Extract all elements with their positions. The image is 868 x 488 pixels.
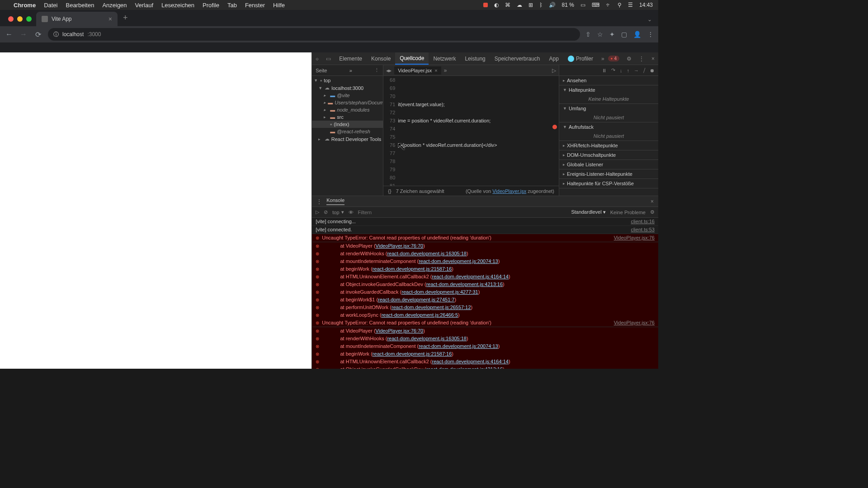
inspect-icon[interactable]: ⟐ [312, 56, 322, 62]
tree-users[interactable]: ▸▬Users/stephan/Docume… [312, 99, 383, 106]
pause-icon[interactable]: ⏸ [602, 68, 607, 73]
issues-label[interactable]: Keine Probleme [610, 210, 646, 215]
close-window-button[interactable] [8, 16, 14, 22]
close-drawer-button[interactable]: × [651, 198, 654, 205]
menu-window[interactable]: Fenster [245, 2, 265, 9]
page-viewport[interactable] [0, 52, 311, 369]
live-expr-icon[interactable]: 👁 [349, 210, 354, 215]
tab-overflow-button[interactable]: ⌄ [641, 16, 658, 26]
source-link[interactable]: react-dom.development.js:4277:31 [401, 289, 478, 295]
menu-edit[interactable]: Bearbeiten [66, 2, 94, 9]
source-link[interactable]: react-dom.development.js:26557:12 [392, 305, 471, 310]
breakpoints-section[interactable]: ▼Haltepunkte [559, 85, 658, 94]
source-link[interactable]: react-dom.development.js:4164:14 [432, 359, 509, 364]
watch-section[interactable]: ▸Ansehen [559, 76, 658, 85]
drawer-menu-icon[interactable]: ⋮ [316, 198, 322, 205]
keyboard-icon[interactable]: ⌨ [592, 2, 599, 8]
tree-index[interactable]: ▫(Index) [312, 121, 383, 128]
menu-history[interactable]: Verlauf [135, 2, 153, 9]
source-link[interactable]: react-dom.development.js:21587:16 [373, 351, 452, 357]
pause-exceptions-icon[interactable]: ⏺ [650, 68, 655, 73]
breakpoint-marker[interactable] [552, 125, 557, 129]
editor-body[interactable]: 686970717273747576777879808182 it(event.… [383, 76, 559, 186]
dom-section[interactable]: ▸DOM-Umschaltpunkte [559, 150, 658, 160]
more-icon[interactable]: » [349, 68, 352, 73]
callstack-section[interactable]: ▼Aufrufstack [559, 122, 658, 131]
minimize-window-button[interactable] [17, 16, 23, 22]
tab-performance[interactable]: Leistung [460, 52, 490, 65]
step-out-icon[interactable]: ↑ [627, 68, 630, 73]
tab-profiler[interactable]: Profiler [563, 52, 598, 65]
status-icon[interactable]: ☁ [517, 2, 522, 8]
error-source-link[interactable]: VideoPlayer.jsx:76 [614, 235, 655, 241]
profile-icon[interactable]: 👤 [633, 31, 641, 38]
tab-elements[interactable]: Elemente [335, 52, 367, 65]
wifi-icon[interactable]: ᯤ [606, 2, 611, 8]
extensions-icon[interactable]: ✦ [609, 31, 615, 38]
source-link[interactable]: react-dom.development.js:4164:14 [432, 274, 509, 279]
volume-icon[interactable]: 🔊 [549, 2, 556, 8]
menu-profiles[interactable]: Profile [203, 2, 219, 9]
status-icon[interactable]: ⊞ [528, 2, 533, 8]
tab-sources[interactable]: Quellcode [395, 52, 429, 65]
tab-application[interactable]: App [545, 52, 563, 65]
source-link[interactable]: react-dom.development.js:16305:18 [387, 251, 467, 256]
bluetooth-icon[interactable]: ᛒ [539, 2, 542, 8]
more-editor-tabs[interactable]: » [441, 67, 450, 74]
back-button[interactable]: ← [5, 30, 14, 38]
page-tab-label[interactable]: Seite [316, 68, 327, 73]
source-link[interactable]: VideoPlayer.jsx:76:70 [376, 328, 424, 333]
menu-icon[interactable]: ⋮ [647, 31, 654, 38]
menu-file[interactable]: Datei [44, 2, 57, 9]
xhr-section[interactable]: ▸XHR/fetch-Haltepunkte [559, 141, 658, 150]
error-count-badge[interactable]: 4 [608, 56, 619, 61]
source-link[interactable]: react-dom.development.js:4213:16 [426, 282, 503, 287]
source-link[interactable]: VideoPlayer.jsx:76:70 [376, 243, 424, 249]
tree-node-modules[interactable]: ▸▬node_modules [312, 106, 383, 113]
csp-section[interactable]: ▸Haltepunkte für CSP-Verstöße [559, 179, 658, 188]
battery-icon[interactable]: ▭ [580, 2, 585, 8]
maximize-window-button[interactable] [26, 16, 32, 22]
clear-console-icon[interactable]: ⊘ [324, 209, 328, 215]
address-bar[interactable]: ⓘ localhost:3000 [48, 28, 580, 41]
app-menu[interactable]: Chrome [14, 2, 36, 9]
global-section[interactable]: ▸Globale Listener [559, 160, 658, 169]
device-toggle-icon[interactable]: ▭ [322, 56, 335, 62]
event-section[interactable]: ▸Ereignis-Listener-Haltepunkte [559, 169, 658, 178]
clock[interactable]: 14:43 [639, 2, 653, 8]
source-link[interactable]: react-dom.development.js:26466:5 [382, 312, 458, 318]
reload-button[interactable]: ⟳ [33, 30, 42, 39]
tree-vite[interactable]: ▸▬@vite [312, 92, 383, 99]
menu-tab[interactable]: Tab [227, 2, 237, 9]
tree-src[interactable]: ▸▬src [312, 113, 383, 121]
step-into-icon[interactable]: ↓ [620, 68, 623, 73]
editor-tab[interactable]: VideoPlayer.jsx × [394, 66, 441, 75]
search-icon[interactable]: ⚲ [618, 2, 622, 8]
step-icon[interactable]: → [634, 68, 639, 73]
tree-top[interactable]: ▼▫top [312, 77, 383, 84]
console-output[interactable]: [vite] connecting...client.ts:16 [vite] … [312, 218, 658, 369]
share-icon[interactable]: ⇧ [585, 31, 591, 38]
log-source-link[interactable]: client.ts:53 [631, 226, 655, 233]
scope-section[interactable]: ▼Umfang [559, 104, 658, 113]
bookmark-icon[interactable]: ☆ [597, 31, 603, 38]
site-info-icon[interactable]: ⓘ [53, 31, 59, 38]
error-source-link[interactable]: VideoPlayer.jsx:76 [614, 319, 655, 326]
deactivate-bp-icon[interactable]: ⧸ [643, 67, 645, 73]
menu-help[interactable]: Hilfe [273, 2, 285, 9]
log-source-link[interactable]: client.ts:16 [631, 218, 655, 225]
console-tab-label[interactable]: Konsole [326, 197, 344, 205]
status-icon[interactable]: ⌘ [505, 2, 510, 8]
recording-icon[interactable] [483, 3, 488, 7]
menu-bookmarks[interactable]: Lesezeichen [161, 2, 194, 9]
control-center-icon[interactable]: ☰ [628, 2, 633, 8]
prev-file-icon[interactable]: ◂▸ [383, 67, 394, 74]
source-link[interactable]: react-dom.development.js:21587:16 [373, 266, 452, 272]
close-devtools-button[interactable]: × [648, 56, 658, 62]
tree-react-refresh[interactable]: ▬@react-refresh [312, 128, 383, 135]
format-icon[interactable]: {} [388, 188, 391, 194]
console-sidebar-icon[interactable]: ▷ [316, 209, 319, 215]
run-snippet-icon[interactable]: ▷ [549, 67, 559, 74]
step-over-icon[interactable]: ↷ [611, 67, 615, 73]
filter-input[interactable] [358, 210, 567, 215]
